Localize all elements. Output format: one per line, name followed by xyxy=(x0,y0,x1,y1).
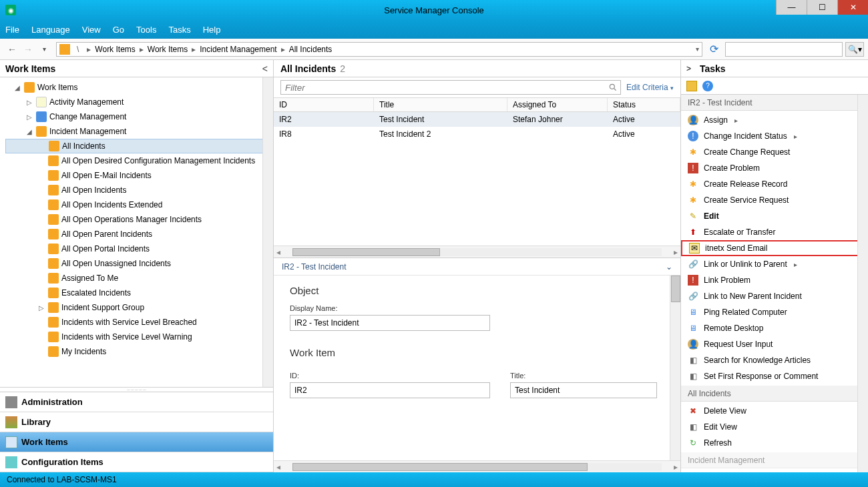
detail-scrollbar[interactable] xyxy=(670,276,680,460)
edit-criteria-link[interactable]: Edit Criteria ▾ xyxy=(626,83,674,92)
menu-file[interactable]: File xyxy=(5,25,19,35)
menu-go[interactable]: Go xyxy=(113,25,124,35)
tree-view-item[interactable]: All Open Portal Incidents xyxy=(5,241,273,256)
wunderbar-config-items[interactable]: Configuration Items xyxy=(0,452,273,472)
table-row[interactable]: IR2Test IncidentStefan JohnerActive xyxy=(274,112,680,127)
tree-activity-mgmt[interactable]: ▷ Activity Management xyxy=(5,95,273,109)
task-item[interactable]: 🖥Remote Desktop xyxy=(681,320,868,336)
task-item[interactable]: ✎Edit xyxy=(681,208,868,224)
scroll-right-icon[interactable]: ▸ xyxy=(671,462,680,472)
grid-horizontal-scrollbar[interactable]: ◂ ▸ xyxy=(274,246,680,258)
tree-view-item[interactable]: All Incidents xyxy=(5,139,273,153)
task-item[interactable]: ◧Set First Response or Comment xyxy=(681,368,868,384)
tree-view-item[interactable]: ▷Incident Support Group xyxy=(5,300,273,315)
display-name-field[interactable] xyxy=(290,315,490,331)
menu-view[interactable]: View xyxy=(82,25,101,35)
tree-view-item[interactable]: All Open Incidents Extended xyxy=(5,197,273,212)
maximize-button[interactable]: ☐ xyxy=(807,0,837,15)
forward-button[interactable]: → xyxy=(20,41,36,57)
scroll-right-icon[interactable]: ▸ xyxy=(671,248,680,257)
tree-view-item[interactable]: All Open Parent Incidents xyxy=(5,227,273,241)
tree-incident-mgmt[interactable]: ◢ Incident Management xyxy=(5,124,273,139)
task-item[interactable]: !Link Problem xyxy=(681,272,868,288)
tree-view-item[interactable]: All Open Operations Manager Incidents xyxy=(5,212,273,227)
breadcrumb-seg-1[interactable]: Work Items xyxy=(95,45,135,54)
tree-view-item[interactable]: All Open Desired Configuration Managemen… xyxy=(5,153,273,168)
tree-view-item[interactable]: All Open Incidents xyxy=(5,183,273,197)
menu-tools[interactable]: Tools xyxy=(136,25,156,35)
collapse-detail-button[interactable]: ⌄ xyxy=(666,262,672,272)
breadcrumb[interactable]: \ ▸ Work Items ▸ Work Items ▸ Incident M… xyxy=(56,42,702,57)
col-status[interactable]: Status xyxy=(608,98,680,111)
tree-view-item[interactable]: All Open Unassigned Incidents xyxy=(5,256,273,271)
scroll-track[interactable] xyxy=(292,248,662,256)
close-button[interactable]: ✕ xyxy=(837,0,868,15)
wunderbar-library[interactable]: Library xyxy=(0,412,273,432)
scroll-track[interactable] xyxy=(292,463,662,471)
task-group-incident[interactable]: IR2 - Test Incident ⌃ xyxy=(681,95,868,111)
task-item[interactable]: ✉itnetx Send Email xyxy=(681,240,868,256)
scroll-thumb[interactable] xyxy=(671,276,680,302)
breadcrumb-dropdown[interactable]: ▾ xyxy=(696,45,699,53)
tree-view-item[interactable]: Incidents with Service Level Breached xyxy=(5,315,273,330)
task-item[interactable]: ⬆Escalate or Transfer xyxy=(681,224,868,240)
task-item[interactable]: ✱Create Change Request xyxy=(681,144,868,160)
wunderbar-administration[interactable]: Administration xyxy=(0,392,273,412)
col-assigned[interactable]: Assigned To xyxy=(507,98,608,111)
task-item[interactable]: 🔗Link to New Parent Incident xyxy=(681,288,868,304)
breadcrumb-seg-3[interactable]: Incident Management xyxy=(200,45,276,54)
wunderbar-work-items[interactable]: Work Items xyxy=(0,432,273,452)
chevron-right-icon[interactable]: ▷ xyxy=(25,99,33,106)
tree-view-item[interactable]: All Open E-Mail Incidents xyxy=(5,168,273,183)
clipboard-icon[interactable] xyxy=(686,81,697,91)
task-item[interactable]: ✱Create Release Record xyxy=(681,176,868,192)
back-button[interactable]: ← xyxy=(4,41,20,57)
scroll-left-icon[interactable]: ◂ xyxy=(274,462,283,472)
tree-view-item[interactable]: Escalated Incidents xyxy=(5,286,273,300)
history-dropdown[interactable]: ▾ xyxy=(36,41,52,57)
chevron-down-icon[interactable]: ◢ xyxy=(13,84,21,91)
scroll-thumb[interactable] xyxy=(292,248,440,256)
task-item[interactable]: 👤Assign▸ xyxy=(681,112,868,128)
filter-input[interactable] xyxy=(280,80,621,95)
id-field[interactable] xyxy=(290,382,490,398)
tree-view-item[interactable]: Incidents with Service Level Warning xyxy=(5,330,273,344)
tree-scrollbar[interactable] xyxy=(262,77,273,387)
tree-view-item[interactable]: Assigned To Me xyxy=(5,271,273,286)
search-input[interactable] xyxy=(725,42,843,57)
task-item[interactable]: 👤Request User Input xyxy=(681,336,868,352)
tree-root[interactable]: ◢ Work Items xyxy=(5,80,273,95)
refresh-button[interactable]: ⟳ xyxy=(706,42,721,57)
menu-help[interactable]: Help xyxy=(203,25,221,35)
help-icon[interactable]: ? xyxy=(702,81,713,91)
menu-tasks[interactable]: Tasks xyxy=(168,25,190,35)
minimize-button[interactable]: — xyxy=(776,0,807,15)
chevron-right-icon[interactable]: ▷ xyxy=(37,304,45,312)
task-group-incident-mgmt[interactable]: Incident Management ⌃ xyxy=(681,452,868,468)
task-item[interactable]: ◧Search for Knowledge Articles xyxy=(681,352,868,368)
tree-change-mgmt[interactable]: ▷ Change Management xyxy=(5,109,273,124)
task-group-all-incidents[interactable]: All Incidents ⌃ xyxy=(681,386,868,402)
tree-view-item[interactable]: My Incidents xyxy=(5,344,273,359)
col-id[interactable]: ID xyxy=(274,98,374,111)
task-item[interactable]: !Change Incident Status▸ xyxy=(681,128,868,144)
scroll-thumb[interactable] xyxy=(292,463,588,471)
task-item[interactable]: ✱Create Service Request xyxy=(681,192,868,208)
table-row[interactable]: IR8Test Incident 2Active xyxy=(274,127,680,141)
search-button[interactable]: 🔍▾ xyxy=(845,42,864,57)
expand-tasks-button[interactable]: > xyxy=(686,64,697,73)
task-item[interactable]: ✖Delete View xyxy=(681,403,868,419)
scroll-left-icon[interactable]: ◂ xyxy=(274,248,283,257)
task-item[interactable]: 🖥Ping Related Computer xyxy=(681,304,868,320)
task-item[interactable]: 🔗Link or Unlink to Parent▸ xyxy=(681,256,868,272)
title-field[interactable] xyxy=(510,382,657,398)
breadcrumb-seg-2[interactable]: Work Items xyxy=(148,45,188,54)
breadcrumb-seg-4[interactable]: All Incidents xyxy=(289,45,333,54)
collapse-nav-button[interactable]: < xyxy=(262,63,268,74)
detail-horizontal-scrollbar[interactable]: ◂ ▸ xyxy=(274,460,680,472)
task-item[interactable]: ↻Refresh xyxy=(681,435,868,451)
menu-language[interactable]: Language xyxy=(31,25,70,35)
tasks-scrollbar[interactable] xyxy=(857,95,868,472)
col-title[interactable]: Title xyxy=(374,98,507,111)
task-item[interactable]: !Create Problem xyxy=(681,160,868,176)
